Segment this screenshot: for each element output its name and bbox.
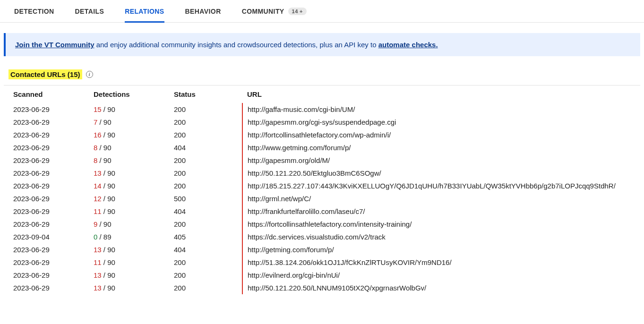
table-row[interactable]: 2023-06-2913 / 90404http://getming.com/f… bbox=[4, 243, 640, 256]
section-header: Contacted URLs (15) i bbox=[9, 69, 644, 79]
detections-count: 12 bbox=[94, 195, 102, 203]
table-header-row: Scanned Detections Status URL bbox=[4, 85, 640, 103]
join-community-link[interactable]: Join the VT Community bbox=[15, 41, 94, 49]
cell-status: 404 bbox=[164, 243, 242, 256]
cell-status: 500 bbox=[164, 192, 242, 205]
cell-scanned: 2023-06-29 bbox=[4, 256, 84, 269]
cell-status: 404 bbox=[164, 205, 242, 218]
cell-url: http://www.getming.com/forum/p/ bbox=[242, 141, 640, 154]
cell-detections: 13 / 90 bbox=[84, 167, 164, 179]
cell-url: https://fortcollinsathletefactory.com/in… bbox=[242, 218, 640, 230]
table-row[interactable]: 2023-06-299 / 90200https://fortcollinsat… bbox=[4, 218, 640, 230]
cell-scanned: 2023-06-29 bbox=[4, 103, 84, 116]
cell-scanned: 2023-06-29 bbox=[4, 154, 84, 167]
cell-detections: 8 / 90 bbox=[84, 154, 164, 167]
cell-status: 200 bbox=[164, 256, 242, 269]
cell-scanned: 2023-06-29 bbox=[4, 281, 84, 294]
cell-url: http://getming.com/forum/p/ bbox=[242, 243, 640, 256]
table-row[interactable]: 2023-06-2912 / 90500http://grml.net/wp/C… bbox=[4, 192, 640, 205]
cell-detections: 11 / 90 bbox=[84, 205, 164, 218]
detections-count: 7 bbox=[94, 118, 97, 126]
cell-status: 200 bbox=[164, 281, 242, 294]
table-row[interactable]: 2023-06-298 / 90404http://www.getming.co… bbox=[4, 141, 640, 154]
cell-url: http://fortcollinsathletefactory.com/wp-… bbox=[242, 128, 640, 141]
col-header-scanned[interactable]: Scanned bbox=[4, 85, 84, 103]
detections-count: 11 bbox=[94, 207, 102, 215]
tab-relations[interactable]: RELATIONS bbox=[125, 0, 164, 23]
detections-count: 13 bbox=[94, 246, 102, 254]
cell-detections: 16 / 90 bbox=[84, 128, 164, 141]
cell-status: 405 bbox=[164, 230, 242, 243]
tab-detection[interactable]: DETECTION bbox=[14, 0, 54, 23]
cell-scanned: 2023-06-29 bbox=[4, 243, 84, 256]
detections-count: 15 bbox=[94, 105, 102, 113]
cell-detections: 13 / 90 bbox=[84, 281, 164, 294]
cell-detections: 0 / 89 bbox=[84, 230, 164, 243]
cell-url: http://evilnerd.org/cgi-bin/nUi/ bbox=[242, 269, 640, 281]
cell-scanned: 2023-06-29 bbox=[4, 116, 84, 128]
banner-text: and enjoy additional community insights … bbox=[94, 41, 378, 49]
info-icon[interactable]: i bbox=[86, 71, 93, 78]
community-count-badge: 14 + bbox=[288, 8, 307, 15]
col-header-detections[interactable]: Detections bbox=[84, 85, 164, 103]
cell-status: 200 bbox=[164, 116, 242, 128]
cell-status: 200 bbox=[164, 269, 242, 281]
detections-count: 13 bbox=[94, 169, 102, 177]
cell-url: http://gapesmm.org/old/M/ bbox=[242, 154, 640, 167]
automate-checks-link[interactable]: automate checks. bbox=[378, 41, 438, 49]
cell-status: 200 bbox=[164, 218, 242, 230]
cell-status: 200 bbox=[164, 128, 242, 141]
table-row[interactable]: 2023-06-297 / 90200http://gapesmm.org/cg… bbox=[4, 116, 640, 128]
cell-scanned: 2023-06-29 bbox=[4, 205, 84, 218]
cell-url: http://gaffa-music.com/cgi-bin/UM/ bbox=[242, 103, 640, 116]
cell-detections: 15 / 90 bbox=[84, 103, 164, 116]
table-row[interactable]: 2023-09-040 / 89405https://dc.services.v… bbox=[4, 230, 640, 243]
contacted-urls-table-wrap: Scanned Detections Status URL 2023-06-29… bbox=[4, 85, 640, 294]
col-header-status[interactable]: Status bbox=[164, 85, 242, 103]
cell-url: http://gapesmm.org/cgi-sys/suspendedpage… bbox=[242, 116, 640, 128]
cell-url: http://grml.net/wp/C/ bbox=[242, 192, 640, 205]
detections-count: 13 bbox=[94, 271, 102, 279]
detections-count: 14 bbox=[94, 182, 102, 190]
col-header-url[interactable]: URL bbox=[242, 85, 640, 103]
tab-behavior[interactable]: BEHAVIOR bbox=[185, 0, 221, 23]
detections-count: 8 bbox=[94, 156, 97, 164]
table-row[interactable]: 2023-06-2913 / 90200http://50.121.220.50… bbox=[4, 281, 640, 294]
detections-count: 9 bbox=[94, 220, 97, 228]
cell-status: 200 bbox=[164, 154, 242, 167]
contacted-urls-table: Scanned Detections Status URL 2023-06-29… bbox=[4, 85, 640, 294]
tab-community-label: COMMUNITY bbox=[242, 8, 284, 15]
cell-scanned: 2023-06-29 bbox=[4, 128, 84, 141]
cell-detections: 12 / 90 bbox=[84, 192, 164, 205]
table-row[interactable]: 2023-06-2913 / 90200http://evilnerd.org/… bbox=[4, 269, 640, 281]
detections-count: 11 bbox=[94, 258, 102, 266]
cell-detections: 14 / 90 bbox=[84, 179, 164, 192]
cell-detections: 7 / 90 bbox=[84, 116, 164, 128]
cell-detections: 9 / 90 bbox=[84, 218, 164, 230]
table-row[interactable]: 2023-06-2911 / 90200http://51.38.124.206… bbox=[4, 256, 640, 269]
tab-details[interactable]: DETAILS bbox=[75, 0, 104, 23]
cell-status: 404 bbox=[164, 141, 242, 154]
table-row[interactable]: 2023-06-2914 / 90200http://185.215.227.1… bbox=[4, 179, 640, 192]
cell-scanned: 2023-09-04 bbox=[4, 230, 84, 243]
table-row[interactable]: 2023-06-2913 / 90200http://50.121.220.50… bbox=[4, 167, 640, 179]
table-row[interactable]: 2023-06-2916 / 90200http://fortcollinsat… bbox=[4, 128, 640, 141]
cell-url: http://50.121.220.50/Ektgluo3BmC6SOgw/ bbox=[242, 167, 640, 179]
cell-detections: 8 / 90 bbox=[84, 141, 164, 154]
cell-scanned: 2023-06-29 bbox=[4, 192, 84, 205]
table-row[interactable]: 2023-06-298 / 90200http://gapesmm.org/ol… bbox=[4, 154, 640, 167]
cell-detections: 13 / 90 bbox=[84, 243, 164, 256]
cell-detections: 13 / 90 bbox=[84, 269, 164, 281]
cell-status: 200 bbox=[164, 167, 242, 179]
table-row[interactable]: 2023-06-2911 / 90404http://frankfurtelfa… bbox=[4, 205, 640, 218]
banner-container: Join the VT Community and enjoy addition… bbox=[0, 23, 644, 56]
detections-count: 0 bbox=[94, 233, 97, 241]
cell-status: 200 bbox=[164, 103, 242, 116]
cell-scanned: 2023-06-29 bbox=[4, 218, 84, 230]
table-row[interactable]: 2023-06-2915 / 90200http://gaffa-music.c… bbox=[4, 103, 640, 116]
cell-scanned: 2023-06-29 bbox=[4, 179, 84, 192]
cell-scanned: 2023-06-29 bbox=[4, 269, 84, 281]
cell-detections: 11 / 90 bbox=[84, 256, 164, 269]
contacted-urls-title: Contacted URLs (15) bbox=[9, 69, 82, 79]
tab-community[interactable]: COMMUNITY 14 + bbox=[242, 0, 307, 23]
